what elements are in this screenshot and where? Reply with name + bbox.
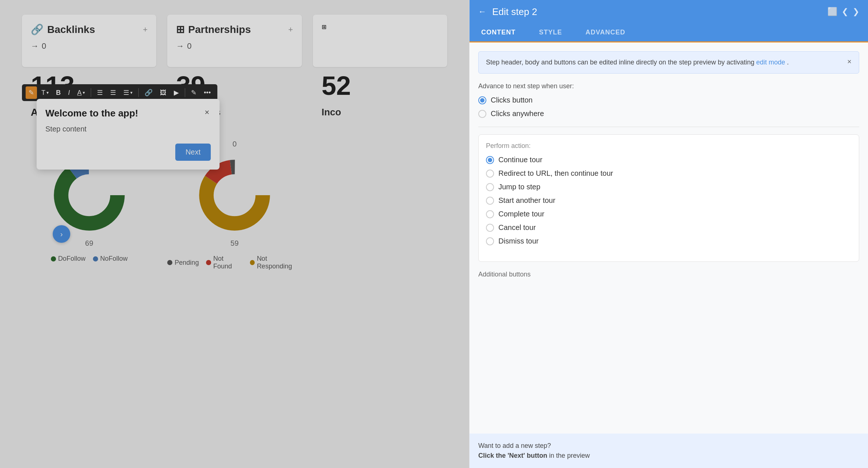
more-toolbar-btn[interactable]: •••: [201, 87, 214, 99]
ordered-list-toolbar-btn[interactable]: ☰: [107, 86, 119, 99]
partnerships-count: → 0: [176, 41, 293, 51]
perform-action-box: Perform action: Continue tour Redirect t…: [478, 134, 859, 262]
arrow-icon: →: [31, 41, 39, 51]
action-radio-cancel-tour: [486, 224, 494, 232]
action-radio-complete-tour: [486, 210, 494, 218]
edit-toolbar-btn[interactable]: ✎: [26, 86, 37, 99]
toolbar-divider-2: [138, 88, 139, 97]
action-label-continue-tour: Continue tour: [498, 156, 542, 164]
panel-tabs: CONTENT STYLE ADVANCED: [469, 23, 868, 42]
italic-toolbar-btn[interactable]: I: [65, 87, 73, 99]
bold-toolbar-btn[interactable]: B: [53, 87, 64, 99]
action-cancel-tour[interactable]: Cancel tour: [486, 223, 852, 232]
tour-popup-body: Step content: [45, 125, 211, 133]
advance-option-clicks-button[interactable]: Clicks button: [478, 96, 859, 104]
third-card: ⊞: [313, 15, 447, 67]
partnerships-chart-top-label: 0: [232, 140, 236, 148]
tour-popup-header: Welcome to the app! ×: [45, 108, 211, 119]
tour-popup-footer: Next: [45, 144, 211, 161]
advance-radio-group: Clicks button Clicks anywhere: [478, 96, 859, 118]
link-icon: 🔗: [31, 23, 44, 36]
action-dismiss-tour[interactable]: Dismiss tour: [486, 237, 852, 245]
grid-icon: ⊞: [176, 23, 184, 36]
backlinks-chart-bottom-label: 69: [85, 239, 93, 248]
tour-popup: Welcome to the app! × Step content Next: [37, 99, 220, 170]
action-radio-redirect-url: [486, 170, 494, 178]
third-card-header: ⊞: [322, 23, 438, 30]
panel-header: ← Edit step 2 ⬜ ❮ ❯: [469, 0, 868, 23]
section-divider: [478, 127, 859, 127]
edit-mode-link[interactable]: edit mode: [756, 59, 785, 66]
action-radio-jump-to-step: [486, 183, 494, 191]
action-label-start-another-tour: Start another tour: [498, 196, 555, 205]
partnerships-legend-notfound: Not Found: [206, 255, 242, 270]
image-toolbar-btn[interactable]: 🖼: [157, 87, 169, 99]
svg-point-0: [61, 167, 117, 223]
action-label-jump-to-step: Jump to step: [498, 183, 540, 191]
tour-popup-title: Welcome to the app!: [45, 108, 138, 119]
advance-radio-clicks-anywhere: [478, 110, 486, 118]
partnerships-chart-bottom-label: 59: [231, 239, 239, 248]
align-toolbar-btn[interactable]: ☰ ▾: [120, 86, 135, 99]
tab-content[interactable]: CONTENT: [469, 23, 527, 42]
backlinks-card-title: 🔗 Backlinks: [31, 23, 95, 36]
backlinks-add-btn[interactable]: +: [143, 25, 147, 34]
backlinks-legend-nofollow: NoFollow: [93, 255, 128, 263]
bottom-hint: Want to add a new step? Click the 'Next'…: [469, 434, 868, 468]
action-start-another-tour[interactable]: Start another tour: [486, 196, 852, 205]
action-complete-tour[interactable]: Complete tour: [486, 210, 852, 218]
third-big-number: 52: [322, 71, 438, 101]
arrow-icon-2: →: [176, 41, 184, 51]
third-section-label: Inco: [322, 107, 438, 118]
toolbar-divider-1: [91, 88, 91, 97]
panel-prev-btn[interactable]: ❮: [842, 7, 848, 16]
backlinks-card: 🔗 Backlinks + → 0: [22, 15, 156, 67]
underline-toolbar-btn[interactable]: A ▾: [74, 87, 88, 99]
text-size-toolbar-btn[interactable]: T ▾: [38, 87, 52, 99]
partnerships-add-btn[interactable]: +: [288, 25, 293, 34]
additional-buttons-label: Additional buttons: [478, 271, 859, 278]
third-chart-area: [313, 140, 447, 270]
action-jump-to-step[interactable]: Jump to step: [486, 183, 852, 191]
advance-label-clicks-anywhere: Clicks anywhere: [491, 109, 544, 118]
info-banner: Step header, body and buttons can be edi…: [478, 51, 859, 74]
action-label-redirect-url: Redirect to URL, then continue tour: [498, 169, 613, 178]
bullet-list-toolbar-btn[interactable]: ☰: [94, 86, 106, 99]
perform-action-radio-group: Continue tour Redirect to URL, then cont…: [486, 156, 852, 245]
action-label-dismiss-tour: Dismiss tour: [498, 237, 539, 245]
action-label-complete-tour: Complete tour: [498, 210, 545, 218]
video-toolbar-btn[interactable]: ▶: [171, 86, 182, 99]
backlinks-legend: DoFollow NoFollow: [51, 255, 128, 263]
partnerships-legend-pending: Pending: [167, 255, 199, 270]
partnerships-card-header: ⊞ Partnerships +: [176, 23, 293, 36]
perform-action-label: Perform action:: [486, 142, 852, 150]
panel-back-btn[interactable]: ←: [478, 7, 486, 16]
advance-label-clicks-button: Clicks button: [491, 96, 533, 104]
advance-section-label: Advance to next step when user:: [478, 82, 859, 90]
right-panel: ← Edit step 2 ⬜ ❮ ❯ CONTENT STYLE ADVANC…: [469, 0, 868, 468]
advance-option-clicks-anywhere[interactable]: Clicks anywhere: [478, 109, 859, 118]
tour-next-btn[interactable]: Next: [175, 144, 211, 161]
partnerships-card-title: ⊞ Partnerships: [176, 23, 251, 36]
panel-next-btn[interactable]: ❯: [853, 7, 859, 16]
tab-advanced[interactable]: ADVANCED: [574, 23, 637, 41]
tab-style[interactable]: STYLE: [527, 23, 574, 41]
toolbar-divider-3: [185, 88, 185, 97]
backlinks-card-header: 🔗 Backlinks +: [31, 23, 147, 36]
panel-body: Step header, body and buttons can be edi…: [469, 42, 868, 434]
expand-panel-btn[interactable]: ›: [53, 225, 70, 243]
action-radio-dismiss-tour: [486, 237, 494, 245]
info-banner-close-btn[interactable]: ×: [847, 57, 852, 66]
bottom-hint-bold: Click the 'Next' button: [478, 452, 547, 459]
link-toolbar-btn[interactable]: 🔗: [142, 86, 156, 99]
panel-title: Edit step 2: [492, 6, 822, 18]
panel-window-btn[interactable]: ⬜: [827, 7, 837, 16]
action-continue-tour[interactable]: Continue tour: [486, 156, 852, 164]
advance-radio-clicks-button: [478, 96, 486, 104]
code-toolbar-btn[interactable]: ✎: [188, 86, 199, 99]
action-redirect-url[interactable]: Redirect to URL, then continue tour: [486, 169, 852, 178]
tour-popup-close-btn[interactable]: ×: [203, 108, 211, 117]
backlinks-legend-dofollow: DoFollow: [51, 255, 86, 263]
partnerships-legend-notresponding: Not Responding: [250, 255, 302, 270]
panel-nav-btns: ⬜ ❮ ❯: [827, 7, 859, 16]
